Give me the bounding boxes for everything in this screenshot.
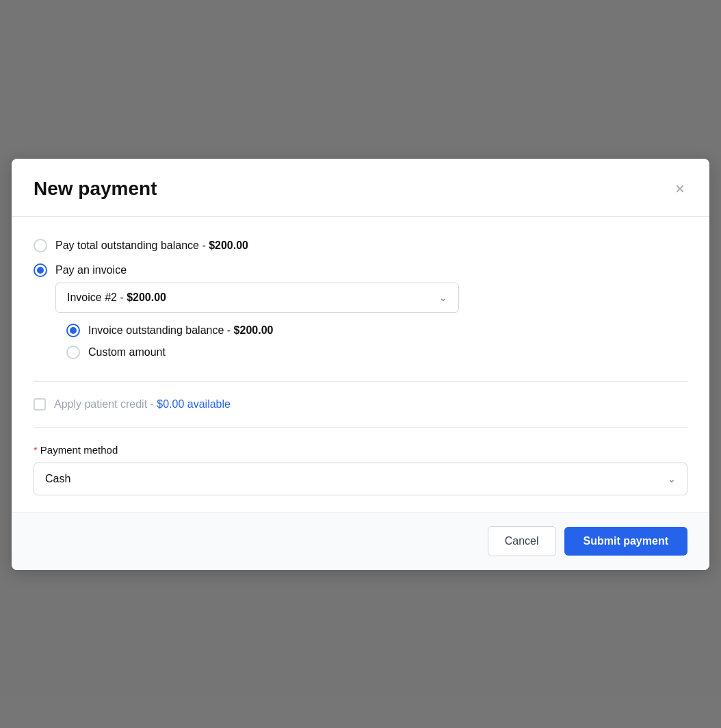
modal-body: Pay total outstanding balance - $200.00 … [12,217,709,512]
payment-method-value: Cash [45,473,70,485]
pay-invoice-radio[interactable] [34,263,47,277]
divider-2 [34,427,687,428]
payment-method-dropdown[interactable]: Cash ⌄ [34,463,687,495]
invoice-dropdown[interactable]: Invoice #2 - $200.00 ⌄ [55,283,459,313]
invoice-outstanding-option[interactable]: Invoice outstanding balance - $200.00 [66,324,687,337]
submit-payment-button[interactable]: Submit payment [564,527,687,556]
pay-invoice-option[interactable]: Pay an invoice [34,263,687,277]
invoice-dropdown-label: Invoice #2 - $200.00 [67,291,166,304]
modal-dialog: New payment × Pay total outstanding bala… [12,159,709,570]
patient-credit-section: Apply patient credit - $0.00 available [34,398,687,411]
custom-amount-option[interactable]: Custom amount [66,346,687,359]
divider-1 [34,381,687,382]
payment-method-chevron-icon: ⌄ [668,473,676,484]
pay-total-balance-radio[interactable] [34,239,47,252]
invoice-outstanding-label: Invoice outstanding balance - $200.00 [88,324,273,337]
modal-header: New payment × [12,159,709,217]
payment-options-section: Pay total outstanding balance - $200.00 … [34,239,687,365]
payment-method-section: * Payment method Cash ⌄ [34,444,687,495]
cancel-button[interactable]: Cancel [488,526,556,556]
invoice-outstanding-radio[interactable] [66,324,80,337]
close-button[interactable]: × [672,178,687,200]
custom-amount-label: Custom amount [88,346,166,359]
modal-footer: Cancel Submit payment [12,512,709,570]
custom-amount-radio[interactable] [66,346,80,359]
amount-options-group: Invoice outstanding balance - $200.00 Cu… [66,324,687,359]
pay-total-balance-label: Pay total outstanding balance - $200.00 [55,239,248,252]
payment-method-label: * Payment method [34,444,687,456]
patient-credit-checkbox[interactable] [34,398,46,411]
invoice-dropdown-chevron-icon: ⌄ [439,292,447,303]
modal-overlay: New payment × Pay total outstanding bala… [0,0,721,728]
invoice-sub-section: Invoice #2 - $200.00 ⌄ Invoice outstandi… [55,283,687,359]
patient-credit-label: Apply patient credit - $0.00 available [54,398,231,411]
required-star-icon: * [34,444,38,456]
payment-radio-group: Pay total outstanding balance - $200.00 … [34,239,687,365]
pay-invoice-label: Pay an invoice [55,264,127,276]
pay-total-balance-option[interactable]: Pay total outstanding balance - $200.00 [34,239,687,252]
modal-title: New payment [34,178,157,200]
